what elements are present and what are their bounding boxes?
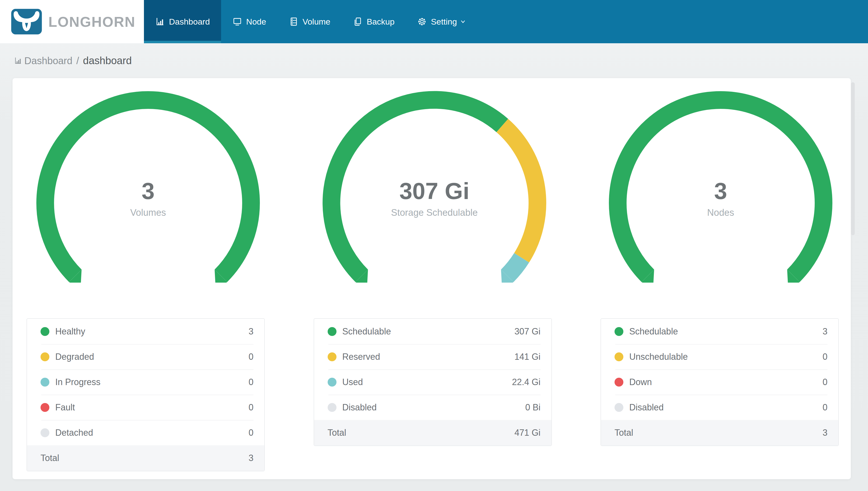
nav-item-volume[interactable]: Volume	[278, 0, 342, 43]
legend-total-row: Total 3	[601, 420, 838, 445]
legend-label: Down	[629, 377, 652, 387]
database-icon	[289, 17, 299, 27]
legend-label: Disabled	[629, 402, 664, 413]
volumes-legend-table: Healthy 3 Degraded 0 In Progress 0 Fault…	[27, 318, 265, 471]
nav-item-dashboard[interactable]: Dashboard	[144, 0, 221, 43]
legend-value: 0	[823, 402, 828, 413]
legend-dot	[615, 378, 623, 386]
gauge-nodes: 3 Nodes	[605, 88, 836, 283]
legend-row-down: Down 0	[601, 369, 838, 395]
bar-chart-icon	[155, 17, 165, 27]
storage-gauge-arc	[319, 88, 550, 283]
nodes-legend-table: Schedulable 3 Unschedulable 0 Down 0 Dis…	[600, 318, 839, 446]
dashboard-card: 3 Volumes 307 Gi Storage Schedulable 3 N…	[12, 78, 851, 479]
legend-value: 0	[249, 402, 253, 413]
legend-value: 307 Gi	[514, 326, 540, 337]
breadcrumb: Dashboard / dashboard	[0, 43, 868, 78]
legend-label: Schedulable	[342, 326, 391, 337]
legend-dot	[615, 327, 623, 336]
legend-label: Unschedulable	[629, 352, 688, 362]
gauges-row: 3 Volumes 307 Gi Storage Schedulable 3 N…	[12, 78, 851, 283]
nodes-gauge-arc	[605, 88, 836, 283]
legend-value: 0	[823, 377, 828, 387]
legend-label: Reserved	[342, 352, 380, 362]
longhorn-logo-icon	[11, 9, 42, 34]
volumes-gauge-arc	[33, 88, 264, 283]
legend-total-value: 3	[823, 428, 828, 438]
nav-item-setting[interactable]: Setting	[406, 0, 478, 43]
legend-total-value: 3	[249, 453, 253, 463]
legend-label: Disabled	[342, 402, 377, 413]
main-nav: Dashboard Node Volume Backup	[144, 0, 478, 43]
gauge-segment-reserved	[502, 125, 537, 258]
storage-legend-table: Schedulable 307 Gi Reserved 141 Gi Used …	[314, 318, 552, 446]
nav-item-node[interactable]: Node	[221, 0, 277, 43]
legend-value: 0	[249, 377, 253, 387]
legend-dot	[328, 352, 337, 361]
brand[interactable]: LONGHORN	[0, 0, 144, 43]
legend-value: 141 Gi	[514, 352, 540, 362]
legend-dot	[40, 327, 50, 336]
legend-total-label: Total	[328, 428, 346, 438]
nav-item-label: Dashboard	[169, 17, 210, 27]
scrollbar-thumb[interactable]	[851, 82, 855, 235]
chevron-down-icon	[459, 18, 467, 25]
legend-dot	[40, 378, 50, 386]
legend-row-in-progress: In Progress 0	[27, 369, 264, 395]
legend-dot	[40, 352, 50, 361]
legend-label: Healthy	[55, 326, 85, 337]
gauge-storage: 307 Gi Storage Schedulable	[319, 88, 550, 283]
legend-dot	[328, 327, 337, 336]
legend-label: Used	[342, 377, 363, 387]
gauge-segment-healthy	[45, 100, 251, 276]
legend-row-disabled: Disabled 0	[601, 395, 838, 420]
legend-row-detached: Detached 0	[27, 420, 264, 445]
legend-value: 0	[249, 428, 253, 438]
bar-chart-icon	[14, 57, 22, 65]
legend-row-reserved: Reserved 141 Gi	[314, 344, 551, 369]
nav-item-label: Setting	[431, 17, 457, 27]
legend-row-used: Used 22.4 Gi	[314, 369, 551, 395]
legend-label: In Progress	[55, 377, 100, 387]
legend-dot	[40, 428, 50, 437]
legend-total-label: Total	[40, 453, 59, 463]
legend-row-fault: Fault 0	[27, 395, 264, 420]
legend-row: Healthy 3 Degraded 0 In Progress 0 Fault…	[12, 318, 851, 471]
breadcrumb-page: dashboard	[83, 55, 132, 66]
legend-value: 0 Bi	[525, 402, 540, 413]
legend-value: 3	[823, 326, 828, 337]
nav-item-label: Backup	[367, 17, 395, 27]
legend-value: 22.4 Gi	[512, 377, 540, 387]
legend-value: 0	[249, 352, 253, 362]
legend-row-unschedulable: Unschedulable 0	[601, 344, 838, 369]
legend-row-degraded: Degraded 0	[27, 344, 264, 369]
legend-value: 3	[249, 326, 253, 337]
nav-item-label: Volume	[303, 17, 330, 27]
legend-dot	[328, 378, 337, 386]
breadcrumb-section[interactable]: Dashboard	[24, 55, 72, 66]
legend-total-value: 471 Gi	[514, 428, 540, 438]
legend-dot	[615, 352, 623, 361]
gear-icon	[417, 17, 427, 27]
gauge-volumes: 3 Volumes	[33, 88, 264, 283]
legend-total-label: Total	[615, 428, 633, 438]
legend-row-disabled: Disabled 0 Bi	[314, 395, 551, 420]
legend-total-row: Total 3	[27, 445, 264, 471]
legend-value: 0	[823, 352, 828, 362]
top-navbar: LONGHORN Dashboard Node	[0, 0, 868, 43]
legend-label: Degraded	[55, 352, 94, 362]
desktop-icon	[232, 17, 242, 27]
gauge-segment-used	[507, 258, 522, 276]
legend-dot	[615, 403, 623, 412]
gauge-segment-schedulable	[618, 100, 824, 276]
nav-item-backup[interactable]: Backup	[342, 0, 406, 43]
gauge-segment-schedulable	[331, 100, 502, 276]
legend-label: Schedulable	[629, 326, 678, 337]
legend-row-healthy: Healthy 3	[27, 319, 264, 344]
legend-dot	[40, 403, 50, 412]
legend-row-schedulable: Schedulable 3	[601, 319, 838, 344]
legend-dot	[328, 403, 337, 412]
legend-total-row: Total 471 Gi	[314, 420, 551, 445]
brand-name: LONGHORN	[49, 13, 135, 30]
nav-item-label: Node	[246, 17, 266, 27]
